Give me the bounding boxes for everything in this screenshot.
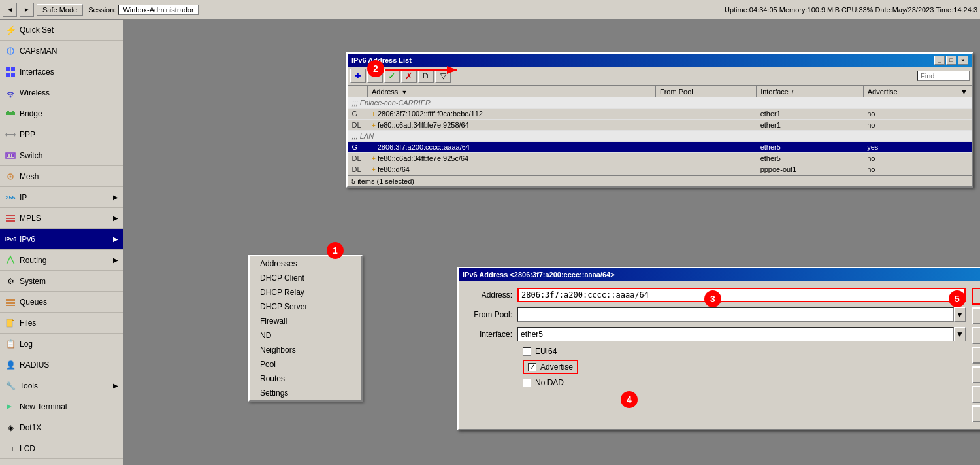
sidebar-item-new-terminal[interactable]: New Terminal [0, 396, 123, 417]
sidebar-item-capsman[interactable]: CAPsMAN [0, 41, 123, 61]
find-input[interactable] [917, 71, 970, 81]
advertise-checkbox[interactable]: ✓ [528, 363, 536, 371]
sidebar-item-files[interactable]: Files [0, 313, 123, 334]
svg-rect-5 [11, 73, 15, 77]
routing-icon [5, 255, 16, 266]
sidebar-label-dot1x: Dot1X [20, 423, 41, 432]
sidebar-item-queues[interactable]: Queues [0, 292, 123, 313]
ipv6-edit-title: IPv6 Address <2806:3f7:a200:cccc::aaaa/6… [463, 271, 615, 279]
sidebar-item-interfaces[interactable]: Interfaces [0, 61, 123, 82]
sidebar-item-tools[interactable]: 🔧 Tools ▶ [0, 375, 123, 396]
svg-rect-9 [12, 111, 14, 112]
sidebar-item-system[interactable]: ⚙ System [0, 271, 123, 292]
no-dad-checkbox[interactable] [523, 379, 531, 387]
sidebar-item-ppp[interactable]: PPP [0, 124, 123, 145]
col-interface[interactable]: Interface / [757, 86, 864, 97]
switch-icon [5, 150, 16, 161]
menu-item-nd[interactable]: ND [250, 328, 361, 343]
ipv6-list-window: IPv6 Address List _ □ × + − ✓ ✗ 🗋 ▽ [346, 52, 973, 188]
svg-rect-8 [7, 111, 9, 112]
menu-item-neighbors[interactable]: Neighbors [250, 343, 361, 357]
enable-button[interactable]: ✓ [384, 69, 400, 83]
comment-button[interactable]: Comment [972, 366, 980, 383]
menu-item-pool[interactable]: Pool [250, 357, 361, 371]
session-value: Winbox-Administrador [118, 5, 198, 15]
row-from-pool [655, 109, 756, 120]
safe-mode-button[interactable]: Safe Mode [37, 4, 83, 16]
sidebar-item-lcd[interactable]: □ LCD [0, 438, 123, 459]
quick-set-icon: ⚡ [5, 25, 16, 35]
mpls-icon [5, 213, 16, 224]
menu-item-dhcp-server[interactable]: DHCP Server [250, 300, 361, 314]
sidebar-label-mesh: Mesh [20, 172, 39, 181]
table-row[interactable]: G + 2806:3f7:1002::ffff:f0ca:bebe/112 et… [348, 109, 972, 120]
remove-button[interactable]: Remove [972, 405, 980, 422]
address-input[interactable] [517, 288, 966, 302]
interface-container: ▼ [517, 327, 966, 341]
row-advertise: no [863, 153, 956, 164]
sidebar-item-bridge[interactable]: Bridge [0, 103, 123, 124]
row-interface: pppoe-out1 [757, 164, 864, 175]
ok-button[interactable]: OK [972, 288, 980, 305]
sidebar-item-routing[interactable]: Routing ▶ [0, 250, 123, 271]
row-interface: ether1 [757, 109, 864, 120]
interface-dropdown-button[interactable]: ▼ [954, 327, 966, 341]
col-from-pool[interactable]: From Pool [655, 86, 756, 97]
menu-item-dhcp-client[interactable]: DHCP Client [250, 271, 361, 285]
eui64-checkbox[interactable] [523, 347, 531, 356]
table-row[interactable]: DL + fe80::d/64 pppoe-out1 no [348, 164, 972, 175]
no-dad-row: No DAD [523, 378, 966, 387]
add-button[interactable]: + [350, 69, 366, 83]
interface-input[interactable] [517, 327, 954, 341]
svg-point-18 [10, 175, 12, 177]
from-pool-dropdown-button[interactable]: ▼ [954, 307, 966, 322]
table-row[interactable]: G – 2806:3f7:a200:cccc::aaaa/64 ether5 y… [348, 142, 972, 153]
sidebar-item-quick-set[interactable]: ⚡ Quick Set [0, 20, 123, 41]
sidebar-item-log[interactable]: 📋 Log [0, 334, 123, 354]
sidebar-label-wireless: Wireless [20, 88, 50, 97]
cancel-button[interactable]: Cancel [972, 307, 980, 324]
sidebar-item-switch[interactable]: Switch [0, 145, 123, 166]
ipv6-list-minimize-button[interactable]: _ [934, 56, 945, 65]
menu-item-settings[interactable]: Settings [250, 386, 361, 400]
table-row[interactable]: DL + fe80::c6ad:34ff:fe7e:925c/64 ether5… [348, 153, 972, 164]
sidebar-item-radius[interactable]: 👤 RADIUS [0, 354, 123, 375]
col-dropdown[interactable]: ▼ [956, 86, 972, 97]
from-pool-input[interactable] [517, 307, 954, 322]
row-extra [956, 109, 972, 120]
ipv6-list-maximize-button[interactable]: □ [946, 56, 956, 65]
row-interface: ether1 [757, 120, 864, 131]
badge-1: 1 [327, 242, 344, 259]
menu-item-routes[interactable]: Routes [250, 371, 361, 386]
content-area: Addresses DHCP Client DHCP Relay DHCP Se… [124, 20, 980, 465]
copy-button[interactable]: 🗋 [418, 69, 434, 83]
sidebar-label-system: System [20, 277, 46, 286]
sidebar-item-mpls[interactable]: MPLS ▶ [0, 208, 123, 229]
badge-4: 4 [621, 391, 638, 408]
svg-rect-2 [6, 67, 10, 71]
disable-button[interactable]: ✗ [401, 69, 417, 83]
col-flag[interactable] [348, 86, 368, 97]
sidebar-item-wireless[interactable]: Wireless [0, 82, 123, 103]
apply-button[interactable]: Apply [972, 327, 980, 344]
table-row[interactable]: DL + fe80::c6ad:34ff:fe7e:9258/64 ether1… [348, 120, 972, 131]
sidebar-item-dot1x[interactable]: ◈ Dot1X [0, 417, 123, 438]
ipv6-list-title-buttons: _ □ × [934, 56, 968, 65]
back-button[interactable]: ◄ [3, 3, 17, 17]
edit-buttons: OK Cancel Apply Disable Comment Copy Rem… [972, 288, 980, 422]
sidebar-item-mesh[interactable]: Mesh [0, 166, 123, 187]
lcd-icon: □ [5, 443, 16, 454]
ipv6-list-close-button[interactable]: × [958, 56, 968, 65]
disable-button[interactable]: Disable [972, 347, 980, 364]
forward-button[interactable]: ► [20, 3, 34, 17]
menu-item-addresses[interactable]: Addresses [250, 256, 361, 271]
menu-item-dhcp-relay[interactable]: DHCP Relay [250, 285, 361, 300]
col-address[interactable]: Address ▼ [368, 86, 656, 97]
from-pool-row: From Pool: ▼ [465, 307, 966, 322]
menu-item-firewall[interactable]: Firewall [250, 314, 361, 328]
col-advertise[interactable]: Advertise [863, 86, 956, 97]
sidebar-item-ip[interactable]: 255 IP ▶ [0, 187, 123, 208]
filter-button[interactable]: ▽ [435, 69, 451, 83]
sidebar-item-ipv6[interactable]: IPv6 IPv6 ▶ [0, 229, 123, 250]
copy-button[interactable]: Copy [972, 386, 980, 403]
